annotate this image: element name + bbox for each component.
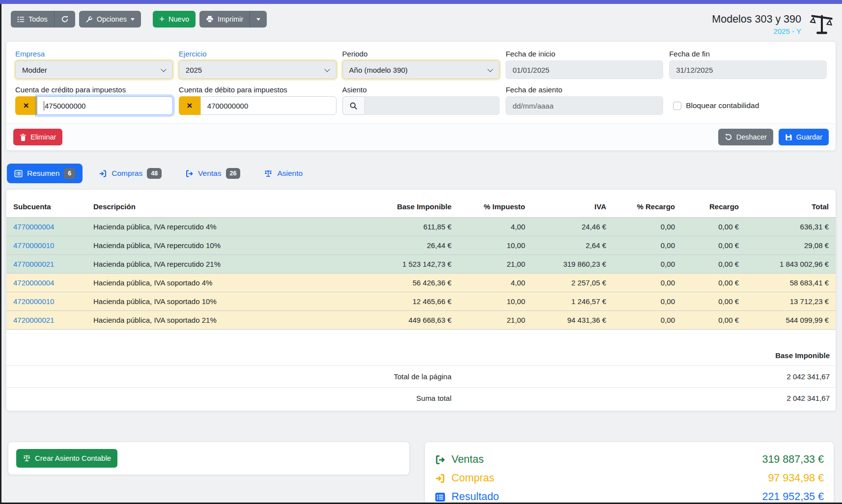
deshacer-button[interactable]: Deshacer bbox=[718, 129, 773, 145]
sum-label: Suma total bbox=[6, 387, 457, 409]
nuevo-button[interactable]: + Nuevo bbox=[153, 11, 196, 28]
sign-out-icon bbox=[185, 169, 194, 178]
sign-in-icon bbox=[99, 169, 107, 178]
clear-debito-button[interactable]: × bbox=[179, 96, 200, 115]
create-entry-card: Crear Asiento Contable bbox=[8, 442, 410, 475]
subcuenta-link[interactable]: 4770000010 bbox=[13, 241, 54, 250]
iva-cell: 2 257,05 € bbox=[531, 274, 612, 292]
col-pct-impuesto: % Impuesto bbox=[457, 190, 531, 218]
iva-cell: 1 246,57 € bbox=[531, 292, 612, 311]
ejercicio-select[interactable]: 2025 bbox=[179, 60, 337, 79]
undo-icon bbox=[725, 133, 732, 141]
descripcion-cell: Hacienda pública, IVA repercutido 4% bbox=[87, 218, 371, 236]
imprimir-dropdown-button[interactable] bbox=[250, 11, 267, 28]
col-pct-recargo: % Recargo bbox=[612, 190, 681, 218]
save-icon bbox=[785, 134, 792, 141]
recargo-cell: 0,00 € bbox=[681, 255, 745, 274]
base-cell: 26,44 € bbox=[371, 236, 457, 255]
tab-bar: Resumen 6 Compras 48 Ventas 26 Asiento bbox=[6, 164, 836, 183]
tab-asiento[interactable]: Asiento bbox=[256, 165, 310, 182]
table-row: 4720000021 Hacienda pública, IVA soporta… bbox=[6, 311, 836, 330]
pct-impuesto-cell: 4,00 bbox=[457, 218, 531, 236]
base-cell: 449 668,63 € bbox=[371, 311, 457, 330]
fecha-asiento-input[interactable]: dd/mm/aaaa bbox=[505, 96, 663, 115]
footer-base-label: Base Imponible bbox=[6, 343, 836, 366]
ventas-value: 319 887,33 € bbox=[762, 453, 824, 466]
recargo-cell: 0,00 € bbox=[681, 311, 745, 330]
tab-resumen[interactable]: Resumen 6 bbox=[7, 164, 83, 183]
recargo-cell: 0,00 € bbox=[681, 218, 745, 236]
total-cell: 58 683,41 € bbox=[745, 274, 836, 292]
wrench-icon bbox=[85, 16, 93, 23]
subcuenta-link[interactable]: 4720000021 bbox=[13, 316, 54, 324]
empresa-select[interactable]: Modder bbox=[15, 60, 173, 79]
summary-row-ventas: Ventas 319 887,33 € bbox=[435, 450, 824, 469]
caret-down-icon bbox=[131, 18, 135, 21]
guardar-button[interactable]: Guardar bbox=[779, 129, 829, 145]
subcuenta-link[interactable]: 4720000004 bbox=[13, 279, 54, 287]
fecha-inicio-value: 01/01/2025 bbox=[512, 66, 549, 74]
iva-cell: 2,64 € bbox=[531, 236, 612, 255]
empresa-label[interactable]: Empresa bbox=[15, 50, 173, 58]
totals-summary-card: Ventas 319 887,33 € Compras 97 934,98 € … bbox=[424, 442, 834, 504]
todos-label: Todos bbox=[28, 15, 48, 23]
subcuenta-link[interactable]: 4720000010 bbox=[13, 297, 54, 306]
total-page-value: 2 042 341,67 bbox=[457, 365, 836, 387]
col-base-imponible: Base Imponible bbox=[371, 190, 457, 218]
text-caret bbox=[44, 101, 44, 111]
total-cell: 13 712,23 € bbox=[745, 292, 836, 311]
cuenta-credito-input[interactable]: 4750000000 bbox=[37, 96, 173, 115]
clear-credito-button[interactable]: × bbox=[15, 96, 37, 115]
opciones-button[interactable]: Opciones bbox=[79, 11, 141, 28]
cuenta-debito-value: 4700000000 bbox=[207, 102, 248, 110]
chevron-down-icon bbox=[161, 66, 166, 72]
col-recargo: Recargo bbox=[681, 190, 745, 218]
imprimir-button[interactable]: Imprimir bbox=[199, 11, 250, 28]
asiento-input[interactable] bbox=[364, 96, 500, 115]
ejercicio-label[interactable]: Ejercicio bbox=[179, 50, 337, 58]
subcuenta-link[interactable]: 4770000021 bbox=[13, 260, 54, 268]
table-row: 4770000010 Hacienda pública, IVA repercu… bbox=[6, 236, 836, 255]
todos-button[interactable]: Todos bbox=[11, 11, 54, 28]
asiento-search-button[interactable] bbox=[342, 96, 364, 115]
resultado-label: Resultado bbox=[451, 491, 499, 503]
plus-icon: + bbox=[159, 14, 165, 24]
periodo-select[interactable]: Año (modelo 390) bbox=[342, 60, 500, 79]
compras-value: 97 934,98 € bbox=[768, 472, 824, 484]
base-cell: 611,85 € bbox=[371, 218, 457, 236]
pct-recargo-cell: 0,00 bbox=[612, 311, 681, 330]
resumen-table: Subcuenta Descripción Base Imponible % I… bbox=[6, 190, 836, 409]
summary-row-compras: Compras 97 934,98 € bbox=[435, 469, 824, 488]
fecha-fin-input[interactable]: 31/12/2025 bbox=[669, 60, 827, 79]
bloquear-label: Bloquear contabilidad bbox=[686, 101, 759, 110]
list-alt-icon bbox=[14, 169, 23, 178]
cuenta-debito-input[interactable]: 4700000000 bbox=[200, 96, 337, 115]
bloquear-checkbox[interactable] bbox=[673, 102, 681, 110]
fecha-asiento-placeholder: dd/mm/aaaa bbox=[512, 102, 553, 110]
balance-scale-icon bbox=[23, 454, 31, 462]
crear-asiento-button[interactable]: Crear Asiento Contable bbox=[16, 449, 117, 468]
page-subtitle: 2025 - Y bbox=[712, 27, 801, 35]
subcuenta-link[interactable]: 4770000004 bbox=[13, 223, 54, 231]
x-icon: × bbox=[23, 100, 28, 111]
refresh-button[interactable] bbox=[54, 11, 75, 28]
sign-out-icon bbox=[435, 454, 446, 465]
tab-ventas[interactable]: Ventas 26 bbox=[178, 164, 248, 183]
table-row: 4720000004 Hacienda pública, IVA soporta… bbox=[6, 274, 836, 292]
main-toolbar: Todos Opciones + Nuevo Imprimir bbox=[0, 4, 842, 37]
x-icon: × bbox=[187, 100, 192, 111]
fecha-inicio-label: Fecha de inicio bbox=[505, 50, 663, 58]
printer-icon bbox=[206, 15, 214, 23]
tab-asiento-label: Asiento bbox=[277, 169, 303, 178]
pct-impuesto-cell: 10,00 bbox=[457, 236, 531, 255]
tab-compras[interactable]: Compras 48 bbox=[91, 164, 169, 183]
chevron-down-icon bbox=[488, 66, 493, 72]
fecha-inicio-input[interactable]: 01/01/2025 bbox=[505, 60, 663, 79]
footer-sum-row: Suma total 2 042 341,67 bbox=[6, 387, 836, 409]
tab-resumen-label: Resumen bbox=[27, 169, 59, 178]
total-cell: 544 099,99 € bbox=[745, 311, 836, 330]
eliminar-label: Eliminar bbox=[30, 133, 56, 141]
empresa-value: Modder bbox=[22, 66, 47, 74]
periodo-label: Periodo bbox=[342, 50, 500, 58]
eliminar-button[interactable]: Eliminar bbox=[13, 129, 62, 145]
